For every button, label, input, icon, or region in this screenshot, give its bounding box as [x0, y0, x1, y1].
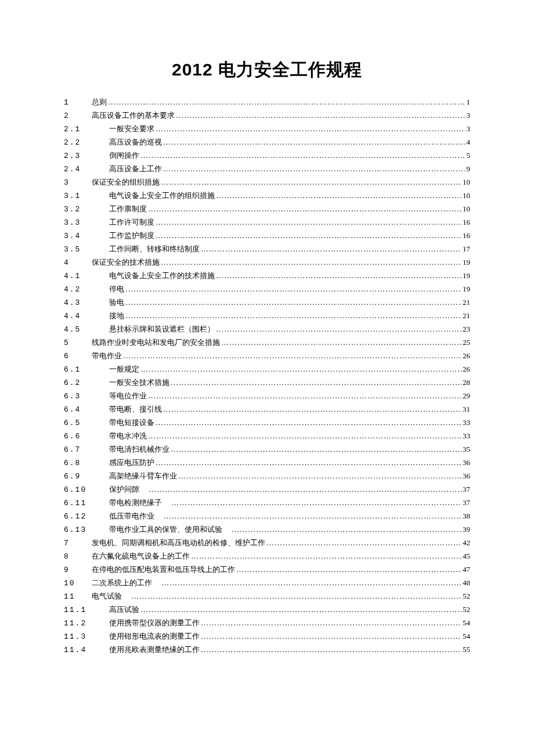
toc-entry-title: 带电断、接引线	[109, 405, 162, 413]
toc-leader-dots	[216, 192, 461, 199]
toc-entry-page: 29	[463, 392, 470, 399]
toc-entry-title: 保证安全的组织措施	[92, 178, 160, 186]
table-of-contents: 1总则12高压设备工作的基本要求32.1一般安全要求32.2高压设备的巡视42.…	[64, 98, 470, 654]
toc-entry: 6.13带电作业工具的保管、使用和试验39	[64, 525, 470, 534]
toc-entry: 6.12低压带电作业38	[64, 512, 470, 520]
toc-entry-page: 47	[463, 566, 470, 573]
toc-leader-dots	[171, 499, 461, 506]
toc-entry: 6.1一般规定26	[64, 365, 470, 373]
toc-entry-page: 4	[467, 138, 471, 146]
toc-entry: 8在六氟化硫电气设备上的工作45	[64, 552, 470, 560]
toc-entry: 4.3验电21	[64, 298, 470, 307]
toc-entry-title: 工作间断、转移和终结制度	[109, 245, 200, 253]
toc-entry: 2高压设备工作的基本要求3	[64, 111, 470, 120]
toc-entry-page: 17	[463, 245, 470, 253]
toc-leader-dots	[201, 632, 461, 640]
toc-entry-page: 36	[463, 459, 470, 466]
toc-entry-number: 6.3	[64, 393, 109, 400]
toc-entry: 6.4带电断、接引线31	[64, 405, 470, 413]
toc-entry-page: 25	[463, 339, 470, 346]
toc-entry: 6.8感应电压防护36	[64, 459, 470, 467]
toc-leader-dots	[156, 125, 466, 132]
toc-entry-number: 4.5	[64, 326, 109, 333]
toc-entry-title: 总则	[92, 98, 107, 106]
toc-entry: 6.5带电短接设备33	[64, 419, 470, 427]
toc-entry-page: 54	[463, 619, 470, 627]
toc-entry-title: 使用兆欧表测量绝缘的工作	[109, 646, 200, 653]
toc-entry-number: 6.12	[64, 513, 109, 520]
toc-entry: 3.5工作间断、转移和终结制度17	[64, 245, 470, 253]
toc-leader-dots	[140, 152, 466, 159]
page: 2012 电力安全工作规程 1总则12高压设备工作的基本要求32.1一般安全要求…	[0, 0, 534, 756]
toc-entry: 7发电机、同期调相机和高压电动机的检修、维护工作42	[64, 539, 470, 547]
toc-entry: 4.5悬挂标示牌和装设遮栏（围栏）23	[64, 325, 470, 333]
toc-leader-dots	[201, 619, 461, 627]
toc-entry-number: 6.1	[64, 366, 109, 373]
toc-leader-dots	[156, 419, 461, 426]
toc-entry: 3.2工作票制度10	[64, 205, 470, 213]
toc-entry-title: 带电短接设备	[109, 419, 154, 426]
toc-entry-number: 4.1	[64, 272, 109, 280]
toc-leader-dots	[148, 205, 461, 213]
toc-entry-page: 33	[463, 419, 470, 426]
toc-entry-number: 11.2	[64, 620, 109, 627]
toc-entry-title: 高压设备上工作	[109, 165, 162, 172]
toc-entry-title: 悬挂标示牌和装设遮栏（围栏）	[109, 325, 215, 333]
toc-entry: 5线路作业时变电站和发电厂的安全措施25	[64, 339, 470, 347]
toc-entry: 3.3工作许可制度16	[64, 218, 470, 226]
toc-entry-page: 28	[463, 379, 470, 386]
toc-leader-dots	[191, 552, 461, 560]
toc-leader-dots	[236, 566, 461, 573]
toc-leader-dots	[163, 165, 466, 172]
toc-leader-dots	[216, 325, 461, 333]
toc-entry-page: 9	[467, 165, 471, 172]
toc-entry-title: 带电水冲洗	[109, 432, 147, 440]
toc-leader-dots	[125, 285, 461, 293]
toc-entry: 11.2使用携带型仪器的测量工作54	[64, 619, 470, 627]
toc-entry-page: 45	[463, 552, 470, 560]
toc-leader-dots	[201, 646, 461, 653]
toc-entry-number: 2	[64, 112, 92, 120]
toc-leader-dots	[161, 258, 461, 266]
toc-entry-title: 工作监护制度	[109, 232, 154, 239]
toc-entry: 4.4接地21	[64, 312, 470, 320]
toc-entry: 2.1一般安全要求3	[64, 125, 470, 133]
toc-entry-title: 等电位作业	[109, 392, 147, 399]
toc-leader-dots	[140, 606, 461, 613]
toc-entry-title: 保证安全的技术措施	[92, 258, 160, 266]
toc-leader-dots	[232, 525, 461, 533]
document-title: 2012 电力安全工作规程	[64, 58, 470, 82]
toc-entry-page: 19	[463, 272, 470, 279]
toc-entry-page: 38	[463, 512, 470, 520]
toc-leader-dots	[216, 272, 461, 279]
toc-entry-page: 36	[463, 472, 470, 480]
toc-entry-number: 1	[64, 99, 92, 106]
toc-entry-number: 3	[64, 179, 92, 186]
toc-leader-dots	[148, 392, 461, 399]
toc-entry-number: 3.4	[64, 232, 109, 240]
toc-entry-page: 1	[467, 98, 471, 106]
toc-entry-number: 6.2	[64, 379, 109, 387]
toc-entry-number: 4.2	[64, 286, 109, 293]
toc-entry-page: 3	[467, 111, 471, 119]
toc-entry-number: 11.4	[64, 646, 109, 654]
toc-entry-number: 4	[64, 259, 92, 267]
toc-entry-title: 高架绝缘斗臂车作业	[109, 472, 177, 480]
toc-leader-dots	[164, 512, 461, 520]
toc-entry: 6.3等电位作业29	[64, 392, 470, 400]
toc-entry-page: 21	[463, 312, 470, 319]
toc-entry-page: 23	[463, 325, 470, 333]
toc-entry: 6.2一般安全技术措施28	[64, 379, 470, 387]
toc-entry: 11.1高压试验52	[64, 606, 470, 614]
toc-leader-dots	[125, 298, 461, 306]
toc-leader-dots	[148, 432, 461, 440]
toc-entry-number: 7	[64, 539, 92, 547]
toc-entry-title: 二次系统上的工作	[92, 579, 152, 586]
toc-entry-title: 停电	[109, 285, 124, 293]
toc-entry-title: 一般规定	[109, 365, 139, 373]
toc-entry-title: 低压带电作业	[109, 512, 154, 520]
toc-entry-page: 37	[463, 485, 470, 493]
toc-entry-title: 一般安全技术措施	[109, 379, 169, 386]
toc-entry-number: 11.3	[64, 633, 109, 640]
toc-entry: 6.7带电清扫机械作业35	[64, 445, 470, 453]
